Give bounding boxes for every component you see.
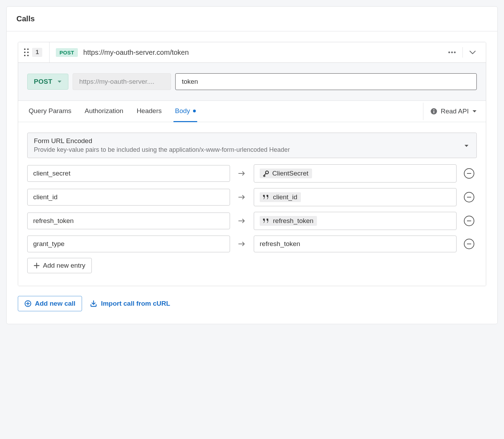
remove-entry-button[interactable] [464,168,474,179]
call-url-label: https://my-oauth-server.com/token [83,49,189,57]
tab-authorization[interactable]: Authorization [83,101,125,122]
drag-handle-icon[interactable] [24,49,29,56]
kv-key-input[interactable]: grant_type [27,236,230,252]
body-encoding-select[interactable]: Form URL Encoded Provide key-value pairs… [27,133,477,158]
tab-headers[interactable]: Headers [135,101,163,122]
arrow-icon [235,218,249,224]
download-icon [90,300,97,307]
variable-chip[interactable]: refresh_token [260,216,317,226]
panel-title: Calls [7,7,497,31]
tab-body-label: Body [175,107,190,115]
plus-circle-icon [24,300,31,307]
kv-value-input[interactable]: refresh_token [254,236,457,252]
call-header-row: 1 POST https://my-oauth-server.com/token [18,42,486,63]
kv-value-input[interactable]: ClientSecret [254,164,457,183]
path-input[interactable] [175,73,477,90]
variable-chip-label: client_id [273,193,297,201]
kv-key-input[interactable]: client_secret [27,165,230,182]
caret-down-icon [472,110,477,113]
remove-entry-button[interactable] [464,239,474,249]
read-api-label: Read API [441,107,469,115]
kv-value-input[interactable]: client_id [254,188,457,206]
kv-row: refresh_token refresh_token [27,212,477,230]
body-tab-content: Form URL Encoded Provide key-value pairs… [18,122,486,286]
caret-down-icon [464,144,469,148]
read-api-dropdown[interactable]: Read API [423,103,477,120]
body-encoding-description: Provide key-value pairs to be included u… [34,146,460,154]
kv-row: client_secret ClientSecret [27,164,477,183]
variable-chip-label: ClientSecret [272,170,309,177]
footer-actions: Add new call Import call from cURL [18,296,486,311]
quote-icon [262,194,270,200]
kv-value-text: refresh_token [260,240,300,248]
calls-panel: Calls 1 POST https://my-oauth-server.com… [6,6,498,324]
add-entry-button[interactable]: Add new entry [27,258,92,273]
base-url-display: https://my-oauth-server.... [73,73,171,90]
kv-row: client_id client_id [27,188,477,206]
remove-entry-button[interactable] [464,216,474,226]
add-entry-label: Add new entry [43,262,85,269]
variable-chip-label: refresh_token [273,217,313,225]
caret-down-icon [57,80,62,83]
import-curl-button[interactable]: Import call from cURL [90,300,170,307]
svg-point-2 [454,52,456,53]
key-icon [262,170,269,177]
svg-point-1 [451,52,453,53]
kv-row: grant_type refresh_token [27,236,477,252]
collapse-toggle-button[interactable] [466,45,480,59]
svg-point-5 [433,109,434,110]
svg-rect-4 [433,111,434,113]
kv-value-input[interactable]: refresh_token [254,212,457,230]
call-block: 1 POST https://my-oauth-server.com/token [18,42,486,286]
kv-key-input[interactable]: refresh_token [27,213,230,229]
info-icon [430,108,437,115]
add-call-label: Add new call [35,300,75,307]
import-curl-label: Import call from cURL [101,300,170,307]
kv-key-input[interactable]: client_id [27,189,230,206]
http-method-badge: POST [56,48,77,57]
tab-body-indicator-dot [193,110,196,112]
arrow-icon [235,241,249,247]
remove-entry-button[interactable] [464,192,474,202]
chevron-down-icon [469,51,476,54]
tab-body[interactable]: Body [173,101,197,122]
more-actions-button[interactable] [445,45,459,59]
quote-icon [262,218,270,224]
svg-point-0 [449,52,450,53]
tabs-row: Query Params Authorization Headers Body … [18,101,486,122]
plus-icon [34,263,39,268]
ellipsis-icon [448,51,456,53]
body-encoding-title: Form URL Encoded [34,137,460,145]
variable-chip[interactable]: ClientSecret [260,169,312,178]
call-index-badge: 1 [32,48,42,57]
arrow-icon [235,171,249,176]
http-method-select-value: POST [34,78,52,85]
http-method-select[interactable]: POST [27,74,68,90]
tab-query-params[interactable]: Query Params [27,101,73,122]
add-call-button[interactable]: Add new call [18,296,82,311]
arrow-icon [235,194,249,200]
request-line: POST https://my-oauth-server.... [18,63,486,101]
divider [462,47,463,58]
variable-chip[interactable]: client_id [260,192,301,202]
